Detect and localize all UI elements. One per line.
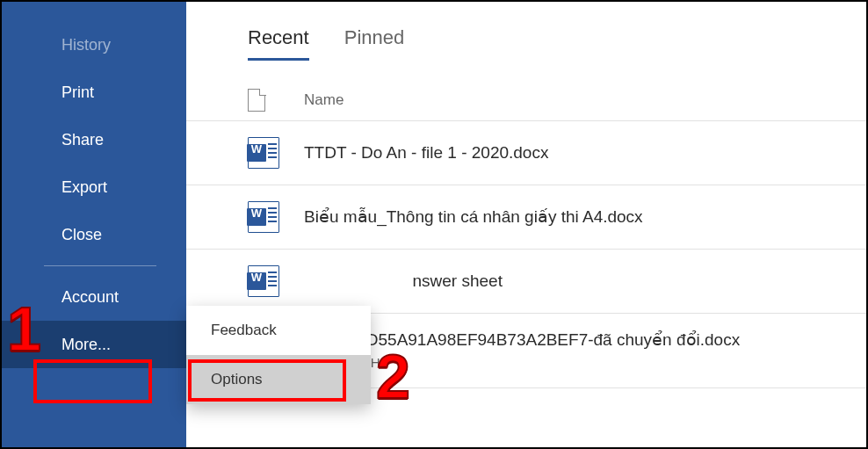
word-file-icon: W [248, 265, 279, 297]
sidebar-item-account[interactable]: Account [2, 273, 186, 321]
doc-icon-col: W [248, 201, 304, 233]
sidebar-item-close[interactable]: Close [2, 211, 186, 258]
sidebar-item-print[interactable]: Print [2, 69, 186, 116]
doc-icon-col: W [248, 137, 304, 169]
doc-title: xxxxxxxxxxxxxnswer sheet [304, 271, 503, 292]
tab-recent[interactable]: Recent [248, 26, 309, 61]
word-file-icon: W [248, 137, 279, 169]
sidebar-item-export[interactable]: Export [2, 163, 186, 211]
doc-title: TTDT - Do An - file 1 - 2020.docx [304, 142, 548, 163]
flyout-item-feedback[interactable]: Feedback [186, 306, 371, 355]
recent-doc-row[interactable]: W Biểu mẫu_Thông tin cá nhân giấy thi A4… [186, 185, 866, 250]
doc-tabs: Recent Pinned [186, 26, 866, 61]
recent-doc-row[interactable]: W xxxxxxxxxxxxxnswer sheet [186, 250, 866, 314]
list-header: Name [186, 83, 866, 121]
sidebar-item-history[interactable]: History [2, 21, 186, 69]
more-flyout: Feedback Options [186, 306, 371, 404]
sidebar-item-more[interactable]: More... [2, 321, 186, 368]
header-icon-column [248, 89, 290, 112]
header-name-label: Name [304, 91, 344, 109]
sidebar-item-share[interactable]: Share [2, 116, 186, 163]
backstage-sidebar: History Print Share Export Close Account… [2, 2, 186, 447]
flyout-item-options[interactable]: Options [186, 355, 371, 404]
doc-title: Biểu mẫu_Thông tin cá nhân giấy thi A4.d… [304, 206, 643, 228]
word-file-icon: W [248, 201, 279, 233]
recent-doc-row[interactable]: W TTDT - Do An - file 1 - 2020.docx [186, 121, 866, 185]
document-icon [248, 89, 265, 112]
tab-pinned[interactable]: Pinned [344, 26, 405, 61]
doc-icon-col: W [248, 265, 304, 297]
sidebar-divider [44, 265, 156, 266]
